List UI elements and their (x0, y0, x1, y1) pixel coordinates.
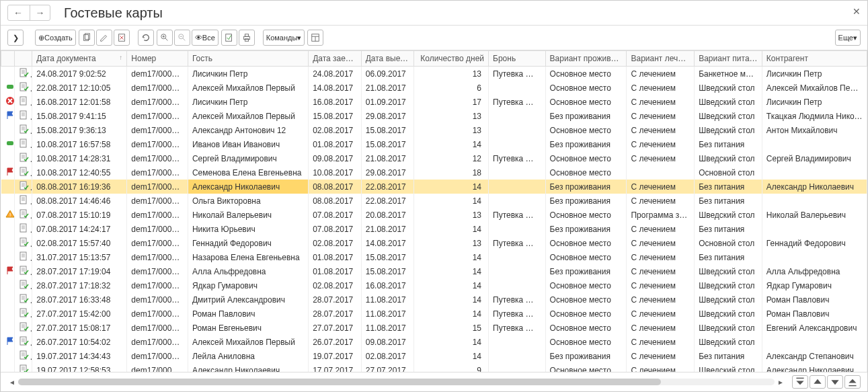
row-doc-icon (15, 180, 32, 194)
header-kon[interactable]: Контрагент (762, 51, 867, 67)
table-row[interactable]: 28.07.2017 17:18:32dem17/000113Ядкар Гум… (1, 278, 867, 292)
table-row[interactable]: 10.08.2017 14:28:31dem17/000122Сергей Вл… (1, 151, 867, 165)
table-row[interactable]: 28.07.2017 16:33:48dem17/000112Дмитрий А… (1, 292, 867, 307)
cell-date: 08.08.2017 14:46:46 (32, 194, 127, 208)
close-icon[interactable]: ✕ (853, 6, 861, 17)
mark-button[interactable] (114, 30, 130, 46)
table-row[interactable]: 24.08.2017 9:02:52dem17/000130Лисичкин П… (1, 67, 867, 81)
header-dout[interactable]: Дата выезда (361, 51, 414, 67)
header-icon[interactable] (15, 51, 32, 67)
scrollbar-horizontal[interactable] (18, 379, 775, 385)
table-row[interactable]: 07.08.2017 14:24:17dem17/000117Никита Юр… (1, 222, 867, 236)
row-flag-icon (1, 349, 15, 363)
zoom-out-button[interactable] (174, 30, 190, 46)
svg-line-8 (183, 38, 186, 41)
scroll-left[interactable]: ◄ (7, 379, 17, 386)
more-dropdown[interactable]: Еще ▾ (835, 30, 861, 46)
table-row[interactable]: 10.08.2017 12:40:55dem17/000121Семенова … (1, 165, 867, 180)
data-grid[interactable]: Дата документа↑ Номер Гость Дата заезда … (1, 50, 867, 372)
table-row[interactable]: !07.08.2017 15:10:19dem17/000118Николай … (1, 208, 867, 222)
header-days[interactable]: Количество дней (414, 51, 489, 67)
cell-pit: Шведский стол (695, 335, 762, 349)
cell-date: 26.07.2017 10:54:02 (32, 335, 127, 349)
goto-first[interactable] (792, 375, 808, 389)
cell-bron (489, 335, 546, 349)
cell-dout: 29.08.2017 (361, 109, 414, 123)
row-flag-icon (1, 123, 15, 137)
print-button[interactable] (239, 30, 255, 46)
nav-back-forward[interactable]: ← → (7, 5, 50, 21)
refresh-button[interactable] (138, 30, 154, 46)
table-row[interactable]: 08.08.2017 16:19:36dem17/000120Александр… (1, 180, 867, 194)
scroll-right[interactable]: ► (776, 379, 785, 386)
cell-lech (627, 165, 695, 180)
table-row[interactable]: 15.08.2017 9:36:13dem17/000124Александр … (1, 123, 867, 137)
cell-kon: Геннадий Федорович (762, 236, 867, 250)
cell-date: 19.07.2017 14:34:43 (32, 349, 127, 363)
table-row[interactable]: 19.07.2017 12:58:53dem17/000107Александр… (1, 363, 867, 372)
cell-din: 28.07.2017 (309, 292, 362, 307)
cell-din: 10.08.2017 (309, 165, 362, 180)
cell-days: 14 (414, 349, 489, 363)
cell-lech: С лечением (627, 151, 695, 165)
header-proj[interactable]: Вариант проживания (545, 51, 627, 67)
cell-proj: Основное место (545, 95, 627, 109)
goto-up[interactable] (810, 375, 826, 389)
header-din[interactable]: Дата заезда (309, 51, 362, 67)
table-row[interactable]: 27.07.2017 15:08:17dem17/000110Роман Евг… (1, 321, 867, 335)
layout-button[interactable] (307, 30, 323, 46)
svg-rect-39 (7, 141, 13, 145)
header-date[interactable]: Дата документа↑ (32, 51, 127, 67)
row-doc-icon (15, 137, 32, 151)
header-pit[interactable]: Вариант питания (695, 51, 762, 67)
svg-rect-10 (226, 34, 232, 42)
view-all-button[interactable]: 👁 Все (192, 30, 219, 46)
cell-proj: Без проживания (545, 137, 627, 151)
cell-kon: Роман Павлович (762, 307, 867, 321)
cell-kon: Роман Павлович (762, 292, 867, 307)
table-row[interactable]: 08.08.2017 14:46:46dem17/000119Ольга Вик… (1, 194, 867, 208)
cell-dout: 29.08.2017 (361, 165, 414, 180)
cell-date: 15.08.2017 9:41:15 (32, 109, 127, 123)
table-row[interactable]: 02.08.2017 15:57:40dem17/000116Геннадий … (1, 236, 867, 250)
cell-lech: С лечением (627, 109, 695, 123)
cell-pit: Без питания (695, 222, 762, 236)
cell-proj: Без проживания (545, 109, 627, 123)
cell-kon: Лисичкин Петр (762, 67, 867, 81)
forward-button[interactable]: → (30, 5, 50, 20)
table-row[interactable]: 31.07.2017 15:13:57dem17/000115Назарова … (1, 250, 867, 264)
header-bron[interactable]: Бронь (489, 51, 546, 67)
cell-num: dem17/000118 (127, 208, 188, 222)
cell-date: 16.08.2017 12:01:58 (32, 95, 127, 109)
create-button[interactable]: ⊕ Создать (35, 30, 76, 46)
cell-date: 10.08.2017 12:40:55 (32, 165, 127, 180)
table-row[interactable]: 19.07.2017 14:34:43dem17/000108Лейла Ани… (1, 349, 867, 363)
row-doc-icon (15, 264, 32, 278)
table-row[interactable]: 27.07.2017 15:42:00dem17/000111Роман Пав… (1, 307, 867, 321)
header-num[interactable]: Номер (127, 51, 188, 67)
edit-button[interactable] (96, 30, 112, 46)
copy-button[interactable] (79, 30, 95, 46)
table-row[interactable]: 22.08.2017 12:10:05dem17/000129Алексей М… (1, 81, 867, 95)
goto-down[interactable] (827, 375, 843, 389)
header-lech[interactable]: Вариант лечения (627, 51, 695, 67)
table-row[interactable]: 16.08.2017 12:01:58dem17/000126Лисичкин … (1, 95, 867, 109)
cell-dout: 21.08.2017 (361, 81, 414, 95)
header-guest[interactable]: Гость (188, 51, 308, 67)
back-button[interactable]: ← (8, 5, 28, 20)
cell-guest: Александр Николаевич (188, 363, 308, 372)
table-row[interactable]: 15.08.2017 9:41:15dem17/000125Алексей Ми… (1, 109, 867, 123)
commands-dropdown[interactable]: Команды ▾ (263, 30, 305, 46)
goto-last[interactable] (844, 375, 861, 389)
header-flag[interactable] (1, 51, 15, 67)
cell-guest: Алексей Михайлов Первый (188, 109, 308, 123)
cell-num: dem17/000120 (127, 180, 188, 194)
expand-button[interactable]: ❯ (7, 30, 24, 46)
table-row[interactable]: 26.07.2017 10:54:02dem17/000109Алексей М… (1, 335, 867, 349)
zoom-in-button[interactable] (157, 30, 173, 46)
cell-kon: Алексей Михайлов Первый (762, 81, 867, 95)
table-row[interactable]: 10.08.2017 16:57:58dem17/000123Иванов Ив… (1, 137, 867, 151)
table-row[interactable]: 28.07.2017 17:19:04dem17/000114Алла Альф… (1, 264, 867, 278)
check-button[interactable] (221, 30, 237, 46)
cell-lech: С лечением (627, 180, 695, 194)
